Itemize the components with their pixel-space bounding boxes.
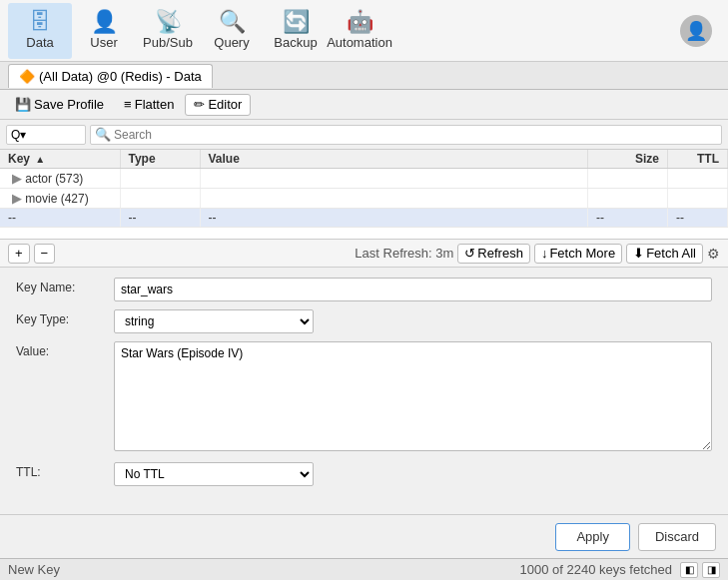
col-header-size[interactable]: Size [588, 150, 668, 169]
search-container: 🔍 [90, 125, 722, 145]
cell-type-empty: -- [120, 209, 200, 228]
last-refresh-text: Last Refresh: 3m [355, 246, 453, 261]
col-header-key[interactable]: Key ▲ [0, 150, 120, 169]
toolbar-pubsub-label: Pub/Sub [143, 35, 193, 50]
save-profile-button[interactable]: 💾 Save Profile [6, 94, 113, 116]
search-icon: 🔍 [95, 127, 111, 142]
key-type-label: Key Type: [16, 309, 106, 326]
key-name-row: Key Name: [16, 278, 712, 301]
ttl-label: TTL: [16, 462, 106, 479]
apply-button[interactable]: Apply [555, 523, 630, 551]
cell-ttl [668, 169, 728, 189]
cell-type [120, 169, 200, 189]
automation-icon: 🤖 [347, 11, 373, 33]
editor-icon: ✏ [194, 97, 205, 112]
discard-button[interactable]: Discard [638, 523, 716, 551]
col-header-ttl[interactable]: TTL [668, 150, 728, 169]
tab-bar: 🔶 (All Data) @0 (Redis) - Data [0, 62, 728, 90]
settings-icon[interactable]: ⚙ [707, 246, 720, 262]
cell-value [200, 189, 588, 209]
bottom-panel: Apply Discard [0, 514, 728, 558]
cell-size [588, 189, 668, 209]
data-table-container: Key ▲ Type Value Size TTL ▶ actor (573) … [0, 150, 728, 240]
cell-key: ▶ actor (573) [0, 169, 120, 189]
sort-icon: ▲ [35, 154, 45, 165]
cell-key-empty: -- [0, 209, 120, 228]
cell-ttl-empty: -- [668, 209, 728, 228]
fetch-all-icon: ⬇ [633, 246, 644, 261]
ttl-control: No TTL Custom [114, 462, 712, 486]
status-icon-left[interactable]: ◧ [680, 562, 698, 578]
table-toolbar: + − Last Refresh: 3m ↺ Refresh ↓ Fetch M… [0, 240, 728, 268]
toolbar-backup[interactable]: 🔄 Backup [264, 3, 328, 59]
remove-key-button[interactable]: − [34, 244, 56, 264]
search-input[interactable] [114, 128, 717, 142]
cell-size-empty: -- [588, 209, 668, 228]
expand-icon[interactable]: ▶ [8, 191, 22, 206]
pubsub-icon: 📡 [155, 11, 182, 33]
cell-key: ▶ movie (427) [0, 189, 120, 209]
main-tab[interactable]: 🔶 (All Data) @0 (Redis) - Data [8, 64, 213, 88]
refresh-button[interactable]: ↺ Refresh [457, 244, 530, 264]
fetch-all-button[interactable]: ⬇ Fetch All [626, 244, 703, 264]
cell-type [120, 189, 200, 209]
cell-ttl [668, 189, 728, 209]
ttl-row: TTL: No TTL Custom [16, 462, 712, 486]
remove-icon: − [41, 246, 49, 261]
cell-value [200, 169, 588, 189]
editor-button[interactable]: ✏ Editor [185, 94, 251, 116]
key-type-select[interactable]: string hash list set zset [114, 309, 314, 333]
refresh-icon: ↺ [464, 246, 475, 261]
filter-input[interactable] [6, 125, 86, 145]
search-bar: 🔍 [0, 120, 728, 150]
main-toolbar: 🗄 Data 👤 User 📡 Pub/Sub 🔍 Query 🔄 Backup… [0, 0, 728, 62]
key-type-control: string hash list set zset [114, 309, 712, 333]
toolbar-user-label: User [90, 35, 117, 50]
toolbar-user[interactable]: 👤 User [72, 3, 136, 59]
value-row: Value: Star Wars (Episode IV) [16, 341, 712, 454]
key-type-row: Key Type: string hash list set zset [16, 309, 712, 333]
tab-label: (All Data) @0 (Redis) - Data [39, 69, 202, 84]
status-icon-right[interactable]: ◨ [702, 562, 720, 578]
cell-size [588, 169, 668, 189]
tab-icon: 🔶 [19, 69, 35, 84]
flatten-icon: ≡ [124, 97, 132, 112]
data-table: Key ▲ Type Value Size TTL ▶ actor (573) … [0, 150, 728, 228]
toolbar-pubsub[interactable]: 📡 Pub/Sub [136, 3, 200, 59]
flatten-button[interactable]: ≡ Flatten [115, 94, 183, 116]
expand-icon[interactable]: ▶ [8, 171, 22, 186]
status-icons: ◧ ◨ [680, 562, 720, 578]
toolbar-automation-label: Automation [327, 35, 392, 50]
add-icon: + [15, 246, 23, 261]
data-icon: 🗄 [29, 11, 51, 33]
backup-icon: 🔄 [283, 11, 310, 33]
action-bar: 💾 Save Profile ≡ Flatten ✏ Editor [0, 90, 728, 120]
toolbar-query-label: Query [214, 35, 249, 50]
add-key-button[interactable]: + [8, 244, 30, 264]
query-icon: 🔍 [219, 11, 246, 33]
col-header-type[interactable]: Type [120, 150, 200, 169]
toolbar-automation[interactable]: 🤖 Automation [328, 3, 391, 59]
new-key-label: New Key [8, 562, 60, 577]
value-label: Value: [16, 341, 106, 358]
key-name-control [114, 278, 712, 301]
table-row[interactable]: ▶ movie (427) [0, 189, 728, 209]
col-header-value[interactable]: Value [200, 150, 588, 169]
status-bar: New Key 1000 of 2240 keys fetched ◧ ◨ [0, 558, 728, 580]
fetch-more-button[interactable]: ↓ Fetch More [534, 244, 622, 264]
table-row[interactable]: ▶ actor (573) [0, 169, 728, 189]
ttl-select[interactable]: No TTL Custom [114, 462, 314, 486]
toolbar-data-label: Data [26, 35, 53, 50]
user-avatar[interactable]: 👤 [680, 15, 712, 47]
key-name-input[interactable] [114, 278, 712, 301]
fetch-more-icon: ↓ [541, 246, 548, 261]
edit-panel: Key Name: Key Type: string hash list set… [0, 268, 728, 514]
table-row-selected[interactable]: -- -- -- -- -- [0, 209, 728, 228]
count-text: 1000 of 2240 keys fetched [519, 562, 672, 577]
toolbar-query[interactable]: 🔍 Query [200, 3, 264, 59]
cell-value-empty: -- [200, 209, 588, 228]
toolbar-backup-label: Backup [274, 35, 317, 50]
value-control: Star Wars (Episode IV) [114, 341, 712, 454]
toolbar-data[interactable]: 🗄 Data [8, 3, 72, 59]
value-textarea[interactable]: Star Wars (Episode IV) [114, 341, 712, 451]
